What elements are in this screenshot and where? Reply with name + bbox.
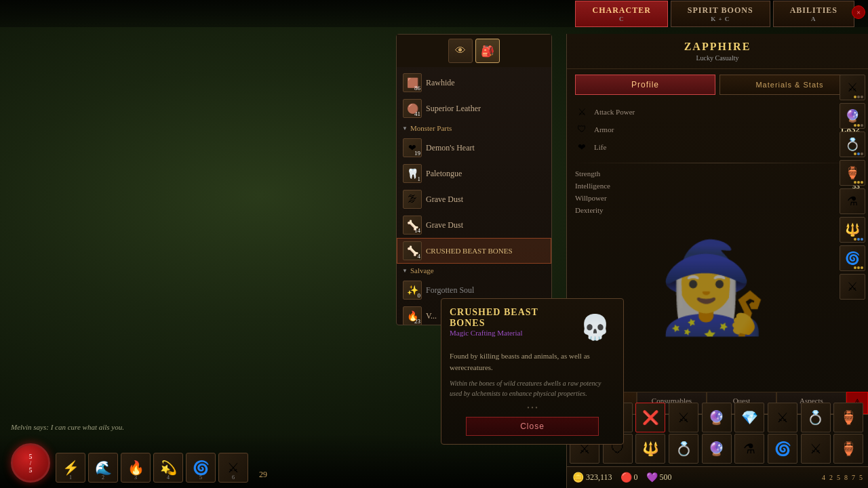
character-figure: 🧙‍♀️ — [658, 237, 768, 340]
equip-item[interactable]: 🏺 — [833, 434, 863, 464]
material-name: Demon's Heart — [426, 143, 545, 153]
section-header-salvage[interactable]: Salvage — [397, 264, 551, 277]
equip-item[interactable]: 🔮 — [702, 403, 732, 432]
equip-item[interactable]: ❌ — [635, 403, 665, 432]
skill-slot-4[interactable]: 💫 4 — [153, 453, 183, 483]
armor-icon: 🛡 — [575, 123, 589, 136]
equipment-slot[interactable]: 🌀 — [840, 245, 865, 271]
purple-currency: 💜 500 — [646, 472, 672, 483]
material-name: Grave Dust — [426, 195, 545, 205]
equipment-slot[interactable]: 🏺 — [840, 160, 865, 186]
gold-value: 323,113 — [586, 472, 612, 483]
material-name: CRUSHED BEAST BONES — [426, 247, 545, 255]
equipment-slot[interactable]: 🔱 — [840, 217, 865, 243]
equipment-slot[interactable]: ⚔ — [840, 75, 865, 100]
list-item[interactable]: 🌫 Grave Dust — [397, 186, 551, 212]
tooltip-panel: CRUSHED BEAST BONES Magic Crafting Mater… — [441, 298, 624, 445]
red-currency: 🔴 0 — [620, 472, 638, 483]
spirit-boons-label: SPIRIT BOONS — [688, 5, 753, 15]
list-item[interactable]: 🟤 41 Superior Leather — [397, 96, 551, 121]
health-orb: 5 / 5 — [11, 443, 50, 483]
close-tooltip-button[interactable]: Close — [466, 417, 598, 436]
material-icon: 🦴 4 — [403, 241, 422, 260]
slot-counts: 4 2 5 8 7 5 — [822, 474, 863, 481]
equip-item[interactable]: 💎 — [734, 403, 764, 432]
equip-item[interactable]: ⚔ — [768, 403, 797, 432]
equip-item[interactable]: 🌀 — [768, 434, 797, 464]
purple-currency-value: 500 — [660, 472, 672, 483]
slot-count-2: 2 — [829, 474, 833, 481]
tooltip-icon: 💀 — [575, 307, 615, 348]
close-button[interactable]: × — [852, 5, 865, 19]
equip-item[interactable]: 🔱 — [635, 434, 665, 464]
skill-slot-2[interactable]: 🌊 2 — [88, 453, 118, 483]
skill-slot-3[interactable]: 🔥 3 — [121, 453, 151, 483]
material-icon: 🌫 — [403, 190, 422, 209]
inventory-tabs: 👁 🎒 — [397, 35, 551, 67]
inventory-panel: 👁 🎒 🟫 86 Rawhide 🟤 41 Superior Leather M… — [396, 34, 552, 325]
tooltip-header: CRUSHED BEAST BONES Magic Crafting Mater… — [450, 307, 615, 348]
equipment-slot[interactable]: 🔮 — [840, 103, 865, 129]
stat-attack-power: ⚔ Attack Power 540 — [575, 103, 860, 121]
character-info: ZAPPHIRE Lucky Casualty — [567, 34, 868, 69]
purple-currency-icon: 💜 — [646, 472, 658, 483]
inv-tab-bag[interactable]: 🎒 — [475, 39, 500, 63]
character-model-area: 🧙‍♀️ — [594, 183, 831, 393]
material-name: Grave Dust — [426, 220, 545, 230]
character-shortcut: C — [592, 16, 650, 22]
health-max: 5 — [29, 466, 33, 474]
equip-item[interactable]: 🏺 — [833, 403, 863, 432]
life-icon: ❤ — [575, 140, 589, 154]
red-currency-icon: 🔴 — [620, 472, 632, 483]
gold-currency: 🪙 323,113 — [572, 472, 612, 483]
tooltip-title: CRUSHED BEAST BONES — [450, 307, 575, 329]
life-label: Life — [594, 143, 842, 151]
attack-power-label: Attack Power — [594, 108, 842, 116]
armor-label: Armor — [594, 125, 835, 134]
list-item[interactable]: 🦷 1 Paletongue — [397, 161, 551, 186]
tab-character[interactable]: CHARACTER C — [575, 1, 667, 27]
currency-bar: 🪙 323,113 🔴 0 💜 500 4 2 5 8 7 5 — [567, 466, 868, 488]
material-icon: 🦴 14 — [403, 216, 422, 235]
equip-item[interactable]: 💍 — [669, 434, 698, 464]
skill-slot-6[interactable]: ⚔ 6 — [218, 453, 248, 483]
stat-armor: 🛡 Armor 1,832 — [575, 121, 860, 138]
character-tab-label: CHARACTER — [592, 5, 650, 15]
equip-item[interactable]: ⚔ — [669, 403, 698, 432]
material-name: Superior Leather — [426, 104, 545, 114]
bottom-message-text: Melvin says: I can cure what ails you. — [11, 423, 124, 431]
list-item[interactable]: 🦴 14 Grave Dust — [397, 212, 551, 238]
tab-spirit-boons[interactable]: SPIRIT BOONS K + C — [671, 1, 770, 27]
profile-button[interactable]: Profile — [575, 75, 715, 95]
equipment-slot[interactable]: ⚔ — [840, 274, 865, 300]
slot-count-1: 4 — [822, 474, 825, 481]
skill-slot-5[interactable]: 🌀 5 — [186, 453, 216, 483]
character-title: Lucky Casualty — [575, 54, 860, 62]
equipment-slot[interactable]: 💍 — [840, 131, 865, 157]
materials-stats-button[interactable]: Materials & Stats — [719, 75, 860, 95]
equip-item[interactable]: 💍 — [801, 403, 831, 432]
stat-life: ❤ Life 522 — [575, 138, 860, 156]
equipment-slot[interactable]: ⚗ — [840, 188, 865, 214]
equip-item[interactable]: 🔮 — [702, 434, 732, 464]
list-item-crushed-beast-bones[interactable]: 🦴 4 CRUSHED BEAST BONES — [397, 238, 551, 264]
character-name: ZAPPHIRE — [575, 41, 860, 53]
section-header-monster-parts[interactable]: Monster Parts — [397, 121, 551, 135]
tab-abilities[interactable]: ABILITIES A — [773, 1, 854, 27]
skill-slot-1[interactable]: ⚡ 1 — [56, 453, 85, 483]
tooltip-description: Found by killing beasts and animals, as … — [450, 350, 615, 373]
inv-tab-eye[interactable]: 👁 — [448, 39, 473, 63]
list-item[interactable]: 🟫 86 Rawhide — [397, 70, 551, 96]
material-icon: ❤ 19 — [403, 138, 422, 157]
abilities-shortcut: A — [790, 16, 837, 22]
abilities-label: ABILITIES — [790, 5, 837, 15]
slot-count-6: 5 — [859, 474, 863, 481]
attr-strength: Strength 68 — [567, 167, 868, 180]
material-list: 🟫 86 Rawhide 🟤 41 Superior Leather Monst… — [397, 67, 551, 325]
equip-item[interactable]: ⚗ — [734, 434, 764, 464]
list-item[interactable]: ❤ 19 Demon's Heart — [397, 135, 551, 161]
tooltip-dots: • • • — [450, 404, 615, 411]
character-buttons: Profile Materials & Stats — [567, 69, 868, 100]
material-icon: ✨ 0 — [403, 281, 422, 300]
equip-item[interactable]: ⚔ — [801, 434, 831, 464]
